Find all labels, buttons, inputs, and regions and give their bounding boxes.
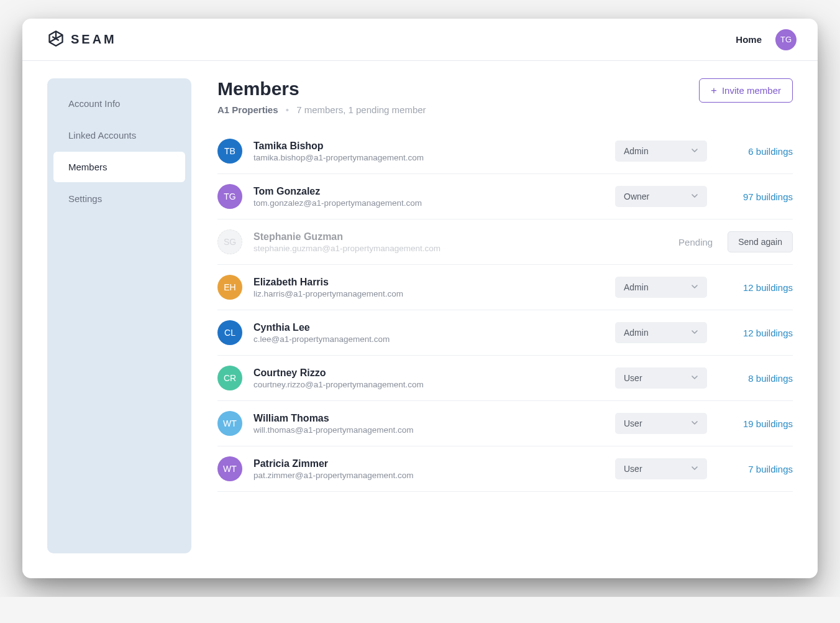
member-avatar: CL bbox=[217, 320, 242, 345]
member-avatar: TB bbox=[217, 139, 242, 164]
page-title: Members bbox=[217, 78, 426, 99]
role-value: Admin bbox=[624, 146, 649, 156]
chevron-down-icon bbox=[691, 418, 698, 428]
app-window: SEAM Home TG Account Info Linked Account… bbox=[22, 19, 818, 578]
main: Members A1 Properties • 7 members, 1 pen… bbox=[217, 78, 793, 553]
member-name: Cynthia Lee bbox=[253, 322, 604, 333]
member-name: Tamika Bishop bbox=[253, 141, 604, 152]
chevron-down-icon bbox=[691, 373, 698, 383]
member-email: pat.zimmer@a1-propertymanagement.com bbox=[253, 471, 604, 480]
invite-button-label: Invite member bbox=[722, 85, 781, 96]
body: Account Info Linked Accounts Members Set… bbox=[22, 61, 818, 578]
sidebar-item-settings[interactable]: Settings bbox=[53, 183, 185, 214]
member-name: Elizabeth Harris bbox=[253, 277, 604, 288]
page-header: Members A1 Properties • 7 members, 1 pen… bbox=[217, 78, 793, 115]
member-info: William Thomaswill.thomas@a1-propertyman… bbox=[253, 413, 604, 435]
member-email: liz.harris@a1-propertymanagement.com bbox=[253, 289, 604, 298]
member-avatar: WT bbox=[217, 411, 242, 436]
member-avatar: SG bbox=[217, 229, 242, 254]
buildings-link[interactable]: 97 buildings bbox=[718, 192, 793, 202]
member-info: Patricia Zimmerpat.zimmer@a1-propertyman… bbox=[253, 458, 604, 480]
member-email: will.thomas@a1-propertymanagement.com bbox=[253, 425, 604, 435]
member-avatar: CR bbox=[217, 366, 242, 390]
member-info: Courtney Rizzocourtney.rizzo@a1-property… bbox=[253, 367, 604, 389]
buildings-link[interactable]: 12 buildings bbox=[718, 282, 793, 293]
member-avatar: TG bbox=[217, 184, 242, 209]
role-value: User bbox=[624, 418, 642, 428]
page-header-text: Members A1 Properties • 7 members, 1 pen… bbox=[217, 78, 426, 115]
role-value: User bbox=[624, 373, 642, 383]
buildings-link[interactable]: 7 buildings bbox=[718, 464, 793, 474]
buildings-link[interactable]: 12 buildings bbox=[718, 328, 793, 338]
org-name: A1 Properties bbox=[217, 104, 278, 115]
member-email: tamika.bishop@a1-propertymanagement.com bbox=[253, 153, 604, 162]
sidebar: Account Info Linked Accounts Members Set… bbox=[47, 78, 191, 553]
member-name: Tom Gonzalez bbox=[253, 186, 604, 197]
member-avatar: WT bbox=[217, 456, 242, 481]
member-name: Courtney Rizzo bbox=[253, 367, 604, 379]
buildings-link[interactable]: 8 buildings bbox=[718, 373, 793, 384]
brand: SEAM bbox=[47, 30, 117, 50]
chevron-down-icon bbox=[691, 464, 698, 474]
topbar-right: Home TG bbox=[736, 29, 797, 50]
buildings-link[interactable]: 19 buildings bbox=[718, 418, 793, 429]
chevron-down-icon bbox=[691, 282, 698, 292]
member-list: TBTamika Bishoptamika.bishop@a1-property… bbox=[217, 129, 793, 553]
sidebar-item-members[interactable]: Members bbox=[53, 152, 185, 182]
role-select[interactable]: Admin bbox=[615, 277, 707, 298]
pending-label: Pending bbox=[678, 237, 713, 247]
role-select[interactable]: User bbox=[615, 458, 707, 479]
member-row: TGTom Gonzaleztom.gonzalez@a1-propertyma… bbox=[217, 174, 793, 219]
role-select[interactable]: Admin bbox=[615, 141, 707, 162]
chevron-down-icon bbox=[691, 328, 698, 338]
separator-dot: • bbox=[286, 104, 289, 115]
member-info: Elizabeth Harrisliz.harris@a1-propertyma… bbox=[253, 277, 604, 298]
sidebar-item-linked-accounts[interactable]: Linked Accounts bbox=[53, 120, 185, 150]
member-name: William Thomas bbox=[253, 413, 604, 424]
member-row: SGStephanie Guzmanstephanie.guzman@a1-pr… bbox=[217, 219, 793, 265]
member-row: EHElizabeth Harrisliz.harris@a1-property… bbox=[217, 265, 793, 310]
chevron-down-icon bbox=[691, 192, 698, 201]
buildings-link[interactable]: 6 buildings bbox=[718, 146, 793, 157]
member-row: WTPatricia Zimmerpat.zimmer@a1-propertym… bbox=[217, 446, 793, 492]
plus-icon: + bbox=[711, 85, 717, 96]
member-info: Cynthia Leec.lee@a1-propertymanagement.c… bbox=[253, 322, 604, 344]
member-row: WTWilliam Thomaswill.thomas@a1-propertym… bbox=[217, 401, 793, 446]
home-link[interactable]: Home bbox=[736, 34, 762, 45]
member-name: Patricia Zimmer bbox=[253, 458, 604, 469]
member-name: Stephanie Guzman bbox=[253, 231, 667, 242]
role-select[interactable]: User bbox=[615, 367, 707, 389]
member-email: c.lee@a1-propertymanagement.com bbox=[253, 335, 604, 344]
send-again-button[interactable]: Send again bbox=[728, 231, 793, 252]
brand-logo-icon bbox=[47, 30, 65, 50]
user-avatar[interactable]: TG bbox=[775, 29, 797, 50]
role-select[interactable]: Owner bbox=[615, 186, 707, 207]
invite-member-button[interactable]: + Invite member bbox=[699, 78, 793, 103]
member-row: TBTamika Bishoptamika.bishop@a1-property… bbox=[217, 129, 793, 174]
role-select[interactable]: User bbox=[615, 413, 707, 434]
member-info: Tom Gonzaleztom.gonzalez@a1-propertymana… bbox=[253, 186, 604, 208]
sidebar-item-account-info[interactable]: Account Info bbox=[53, 88, 185, 119]
member-row: CLCynthia Leec.lee@a1-propertymanagement… bbox=[217, 310, 793, 356]
role-value: User bbox=[624, 464, 642, 474]
role-select[interactable]: Admin bbox=[615, 322, 707, 343]
member-email: courtney.rizzo@a1-propertymanagement.com bbox=[253, 380, 604, 389]
member-info: Stephanie Guzmanstephanie.guzman@a1-prop… bbox=[253, 231, 667, 253]
role-value: Owner bbox=[624, 192, 649, 201]
role-value: Admin bbox=[624, 282, 649, 292]
member-stats: 7 members, 1 pending member bbox=[296, 104, 426, 115]
member-email: stephanie.guzman@a1-propertymanagement.c… bbox=[253, 244, 667, 253]
member-info: Tamika Bishoptamika.bishop@a1-propertyma… bbox=[253, 141, 604, 162]
member-avatar: EH bbox=[217, 275, 242, 300]
topbar: SEAM Home TG bbox=[22, 19, 818, 61]
member-email: tom.gonzalez@a1-propertymanagement.com bbox=[253, 198, 604, 208]
page-subtitle: A1 Properties • 7 members, 1 pending mem… bbox=[217, 104, 426, 115]
member-row: CRCourtney Rizzocourtney.rizzo@a1-proper… bbox=[217, 356, 793, 401]
brand-name: SEAM bbox=[71, 32, 117, 47]
role-value: Admin bbox=[624, 328, 649, 338]
chevron-down-icon bbox=[691, 146, 698, 156]
